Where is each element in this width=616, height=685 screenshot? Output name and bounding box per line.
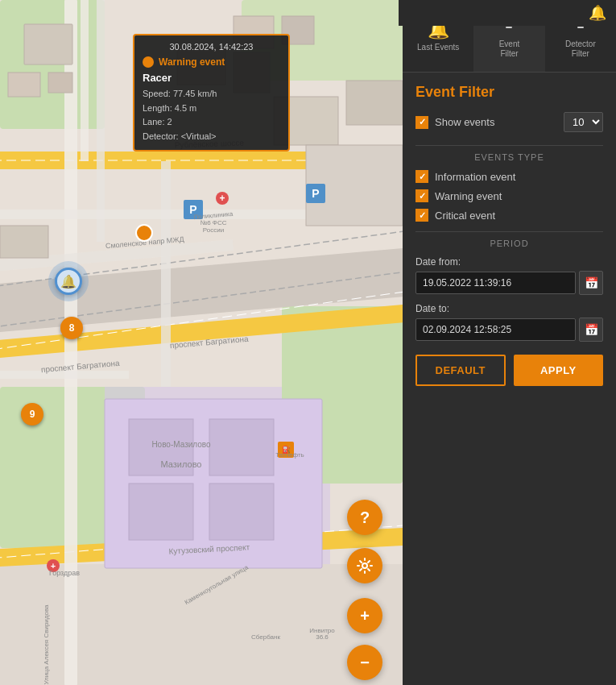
svg-text:Ново-Мазилово: Ново-Мазилово — [151, 440, 211, 449]
svg-rect-38 — [209, 419, 274, 475]
events-type-label: EVENTS TYPE — [415, 152, 603, 162]
event-type-critical: Critical event — [415, 209, 603, 222]
svg-rect-17 — [64, 0, 77, 685]
number-marker-9[interactable]: 9 — [21, 403, 43, 426]
svg-rect-7 — [0, 564, 403, 685]
date-to-input[interactable] — [415, 318, 576, 341]
warning-indicator — [143, 56, 154, 68]
date-from-label: Date from: — [415, 256, 603, 268]
nav-event-filter-label: EventFilter — [499, 39, 520, 59]
popup-vehicle: Racer — [143, 72, 280, 84]
panel-title: Event Filter — [415, 84, 603, 101]
zoom-in-button[interactable]: + — [347, 598, 382, 633]
date-from-calendar-btn[interactable]: 📅 — [579, 271, 603, 295]
information-event-label: Information event — [435, 171, 515, 183]
svg-text:Горздрав: Горздрав — [49, 569, 80, 577]
show-events-label: Show events — [435, 116, 494, 128]
event-type-information: Information event — [415, 170, 603, 183]
svg-rect-37 — [129, 484, 193, 540]
action-buttons: DEFAULT APPLY — [415, 355, 603, 386]
popup-lane: Lane: 2 — [143, 115, 280, 130]
svg-rect-26 — [48, 73, 72, 93]
svg-rect-24 — [24, 24, 72, 64]
svg-rect-18 — [97, 0, 105, 242]
svg-text:Мазилово: Мазилово — [161, 459, 202, 469]
popup-time: 30.08.2024, 14:42:23 — [143, 42, 280, 52]
critical-event-checkbox[interactable] — [415, 209, 428, 222]
warning-event-checkbox[interactable] — [415, 189, 428, 202]
svg-text:Татнефть: Татнефть — [275, 451, 304, 459]
event-type-warning: Warning event — [415, 189, 603, 202]
top-notification-bar: 🔔 — [399, 0, 616, 26]
show-events-checkbox[interactable] — [415, 116, 428, 129]
date-to-label: Date to: — [415, 303, 603, 314]
popup-length: Length: 4.5 m — [143, 102, 280, 116]
popup-speed: Speed: 77.45 km/h — [143, 87, 280, 102]
svg-text:Улица Алексея Свиридова: Улица Алексея Свиридова — [43, 604, 50, 685]
svg-text:+: + — [219, 193, 225, 204]
bell-marker[interactable]: 🔔 — [55, 268, 82, 295]
default-button[interactable]: DEFAULT — [415, 355, 506, 386]
svg-rect-31 — [0, 226, 48, 258]
period-section: PERIOD Date from: 📅 Date to: 📅 — [415, 231, 603, 342]
svg-rect-25 — [8, 73, 40, 97]
warning-marker[interactable] — [135, 224, 153, 242]
svg-text:Сбербанк: Сбербанк — [251, 633, 280, 641]
svg-point-67 — [362, 563, 367, 568]
number-marker-8[interactable]: 8 — [60, 317, 83, 339]
svg-rect-39 — [209, 484, 274, 540]
move-icon — [356, 557, 374, 575]
date-from-input[interactable] — [415, 272, 576, 294]
show-events-select[interactable]: 10 20 50 — [564, 112, 603, 132]
popup-detector: Detector: <Virtual> — [143, 130, 280, 144]
right-panel: 🔔 🔔 Last Events EventFilter 18 — [403, 0, 616, 685]
svg-text:36.6: 36.6 — [316, 633, 329, 641]
critical-event-label: Critical event — [435, 210, 495, 222]
svg-rect-22 — [81, 0, 89, 161]
svg-rect-33 — [346, 81, 403, 125]
nav-last-events-label: Last Events — [417, 43, 459, 52]
panel-content: Event Filter Show events 10 20 50 EVENTS… — [403, 73, 616, 685]
date-to-calendar-btn[interactable]: 📅 — [579, 318, 603, 342]
events-type-divider — [415, 145, 603, 146]
notification-bell-icon[interactable]: 🔔 — [589, 4, 606, 22]
zoom-out-button[interactable]: − — [347, 645, 382, 680]
help-button[interactable]: ? — [347, 500, 382, 535]
nav-detector-filter-label: DetectorFilter — [565, 39, 596, 59]
move-button[interactable] — [347, 548, 382, 583]
svg-text:России: России — [203, 226, 224, 234]
date-from-group: Date from: 📅 — [415, 256, 603, 295]
apply-button[interactable]: APPLY — [514, 355, 604, 386]
map-area[interactable]: P P + ⛽ + Рублёвское шоссе проспект Багр… — [0, 0, 403, 685]
date-to-group: Date to: 📅 — [415, 303, 603, 342]
period-divider — [415, 231, 603, 232]
show-events-row: Show events 10 20 50 — [415, 112, 603, 132]
svg-text:P: P — [312, 187, 319, 200]
information-event-checkbox[interactable] — [415, 170, 428, 183]
event-popup: 30.08.2024, 14:42:23 Warning event Racer… — [133, 34, 290, 152]
popup-type: Warning event — [159, 56, 225, 68]
svg-text:№6 ФСС: №6 ФСС — [201, 219, 227, 226]
period-label: PERIOD — [415, 239, 603, 248]
svg-rect-19 — [161, 161, 171, 387]
warning-event-label: Warning event — [435, 190, 502, 202]
